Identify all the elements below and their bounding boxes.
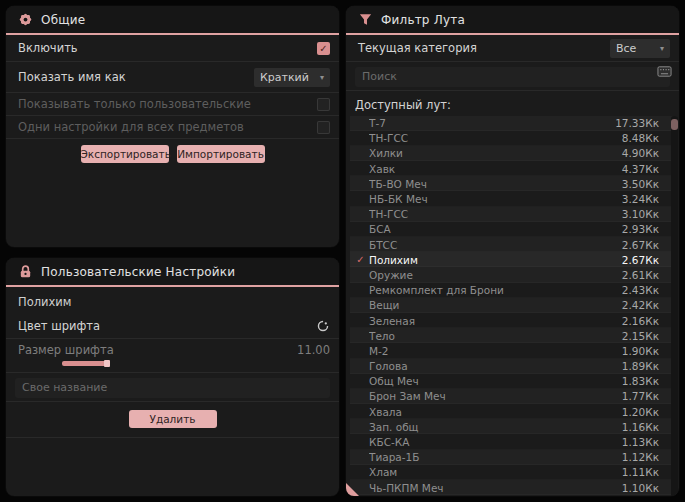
custom-name-input[interactable] [15, 378, 330, 398]
panel-user-settings: Пользовательские Настройки Полихим Цвет … [6, 258, 339, 496]
setting-row-one-settings: Одни настройки для всех предметов [6, 116, 339, 139]
loot-row[interactable]: Зеленая 2.16Кк [350, 313, 677, 328]
loot-name: Тело [369, 330, 622, 342]
loot-value: 2.67Кк [622, 239, 659, 251]
panel-user-settings-header[interactable]: Пользовательские Настройки [6, 258, 339, 287]
color-wheel-icon[interactable] [316, 319, 330, 333]
loot-row[interactable]: БСА 2.93Кк [350, 222, 677, 237]
loot-name: БСА [369, 223, 622, 235]
loot-name: Брон Зам Меч [369, 390, 622, 402]
loot-name: Чь-ПКПМ Меч [369, 482, 622, 494]
loot-name: Голова [369, 360, 622, 372]
loot-row[interactable]: Общ Меч 1.83Кк [350, 374, 677, 389]
slider-handle[interactable] [104, 360, 110, 367]
loot-value: 2.15Кк [622, 330, 659, 342]
loot-row[interactable]: Тиара-1Б 1.12Кк [350, 450, 677, 465]
loot-row[interactable]: БТСС 2.67Кк [350, 237, 677, 252]
panel-title: Общие [41, 13, 85, 27]
loot-row[interactable]: Голова 1.89Кк [350, 359, 677, 374]
loot-value: 1.90Кк [622, 345, 659, 357]
loot-name: Общ Меч [369, 375, 622, 387]
loot-row[interactable]: Оружие 2.61Кк [350, 267, 677, 282]
loot-row[interactable]: ТН-ГСС 8.48Кк [350, 131, 677, 146]
loot-row[interactable]: ТБ-ВО Меч 3.50Кк [350, 176, 677, 191]
font-size-label: Размер шрифта [18, 343, 114, 357]
import-button[interactable]: Импортировать [177, 145, 265, 163]
custom-name-row [6, 373, 339, 402]
loot-row[interactable]: Ремкомплект для Брони 2.43Кк [350, 283, 677, 298]
panel-loot-filter-header[interactable]: Фильтр Лута [346, 6, 679, 35]
category-dropdown[interactable]: Все ▾ [610, 39, 670, 58]
setting-row-show-name: Показать имя как Краткий ▾ [6, 62, 339, 93]
loot-value: 2.67Кк [622, 254, 659, 266]
loot-row[interactable]: Вещи 2.42Кк [350, 298, 677, 313]
selected-item-label: Полихим [18, 295, 327, 309]
loot-name: Хилки [369, 147, 622, 159]
loot-value: 1.16Кк [622, 421, 659, 433]
loot-value: 1.11Кк [622, 466, 659, 478]
loot-row[interactable]: Хвала 1.20Кк [350, 404, 677, 419]
loot-name: Зап. общ [369, 421, 622, 433]
scrollbar[interactable] [671, 116, 678, 497]
loot-value: 2.93Кк [622, 223, 659, 235]
loot-value: 1.13Кк [622, 436, 659, 448]
loot-row[interactable]: Брон Зам Меч 1.77Кк [350, 389, 677, 404]
loot-row[interactable]: Тело 2.15Кк [350, 328, 677, 343]
panel-title: Фильтр Лута [381, 13, 465, 27]
loot-value: 2.42Кк [622, 299, 659, 311]
loot-row[interactable]: Хилки 4.90Кк [350, 146, 677, 161]
loot-name: Полихим [369, 254, 622, 266]
loot-row[interactable]: М-2 1.90Кк [350, 343, 677, 358]
lock-icon [18, 264, 33, 279]
search-input[interactable] [355, 67, 670, 87]
loot-value: 3.24Кк [622, 193, 659, 205]
chevron-down-icon: ▾ [320, 73, 324, 82]
keyboard-icon[interactable] [657, 65, 672, 78]
loot-row[interactable]: Чь-ПКПМ Меч 1.10Кк [350, 480, 677, 495]
loot-row[interactable]: Т-7 17.33Кк [350, 116, 677, 131]
scrollbar-thumb[interactable] [671, 119, 678, 130]
resize-grip[interactable] [346, 483, 359, 496]
loot-value: 1.12Кк [622, 451, 659, 463]
divider [6, 437, 339, 438]
loot-row[interactable]: ТН-ГСС 3.10Кк [350, 207, 677, 222]
available-loot-label: Доступный лут: [355, 98, 667, 112]
loot-value: 2.61Кк [622, 269, 659, 281]
loot-row[interactable]: Зап. общ 1.16Кк [350, 419, 677, 434]
loot-row[interactable]: НБ-БК Меч 3.24Кк [350, 191, 677, 206]
show-name-label: Показать имя как [18, 70, 126, 84]
only-custom-checkbox[interactable] [317, 98, 330, 111]
loot-name: Ремкомплект для Брони [369, 284, 622, 296]
loot-name: М-2 [369, 345, 622, 357]
delete-button[interactable]: Удалить [129, 410, 217, 428]
check-icon: ✓ [352, 254, 369, 265]
loot-row[interactable]: Хлам 1.11Кк [350, 465, 677, 480]
export-import-row: Экспортировать Импортировать [6, 145, 339, 163]
loot-row[interactable]: ✓ Полихим 2.67Кк [350, 252, 677, 267]
loot-row[interactable]: Хавк 4.37Кк [350, 161, 677, 176]
font-size-slider[interactable] [62, 361, 110, 366]
loot-value: 3.10Кк [622, 208, 659, 220]
one-settings-checkbox[interactable] [317, 121, 330, 134]
loot-row[interactable]: КБС-КА 1.13Кк [350, 434, 677, 449]
export-button[interactable]: Экспортировать [81, 145, 169, 163]
font-color-label: Цвет шрифта [18, 319, 100, 333]
loot-name: ТБ-ВО Меч [369, 178, 622, 190]
loot-name: Оружие [369, 269, 622, 281]
loot-name: Хвала [369, 406, 622, 418]
loot-name: Тиара-1Б [369, 451, 622, 463]
category-label: Текущая категория [358, 41, 477, 55]
loot-value: 1.20Кк [622, 406, 659, 418]
show-name-dropdown[interactable]: Краткий ▾ [254, 68, 330, 87]
panel-general-header[interactable]: Общие [6, 6, 339, 35]
category-row: Текущая категория Все ▾ [346, 35, 679, 62]
enable-label: Включить [18, 41, 78, 55]
loot-value: 4.37Кк [622, 163, 659, 175]
enable-checkbox[interactable]: ✓ [317, 42, 330, 55]
loot-value: 4.90Кк [622, 147, 659, 159]
loot-name: ТН-ГСС [369, 132, 622, 144]
loot-name: ТН-ГСС [369, 208, 622, 220]
loot-name: БТСС [369, 239, 622, 251]
loot-name: Хавк [369, 163, 622, 175]
gear-icon [18, 12, 33, 27]
